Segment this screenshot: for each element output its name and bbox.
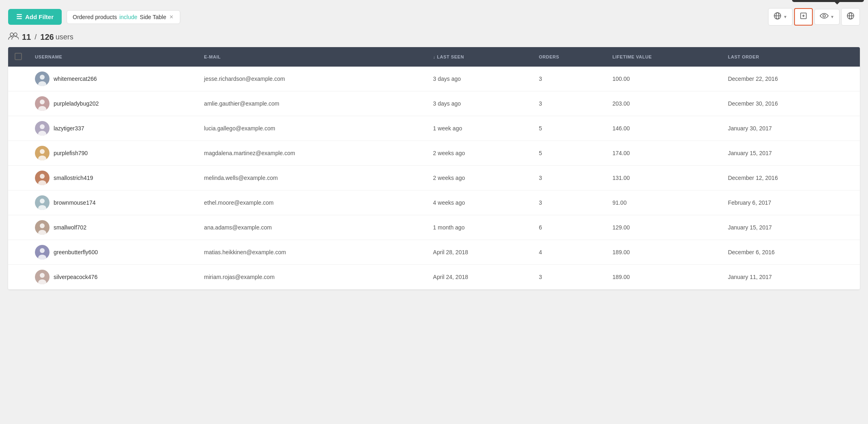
row-email-cell: magdalena.martinez@example.com [198,141,427,166]
row-checkbox-cell [8,141,28,166]
row-lifetime-cell: 189.00 [606,265,721,290]
svg-point-11 [14,33,17,36]
export-icon [799,12,808,22]
username-text: smallwolf702 [54,224,86,231]
username-text: silverpeacock476 [54,274,97,280]
th-lastseen[interactable]: ↓ LAST SEEN [427,47,533,67]
export-button[interactable] [794,8,813,26]
row-lastorder-cell: December 6, 2016 [721,240,860,265]
eye-icon [820,13,829,21]
export-tooltip: Export this list of 11 users [792,0,864,2]
table-row[interactable]: brownmouse174 ethel.moore@example.com 4 … [8,190,860,215]
row-email-cell: miriam.rojas@example.com [198,265,427,290]
table-row[interactable]: lazytiger337 lucia.gallego@example.com 1… [8,116,860,141]
table-row[interactable]: purplefish790 magdalena.martinez@example… [8,141,860,166]
row-username-cell: whitemeercat266 [28,67,198,91]
users-table-container: USERNAME E-MAIL ↓ LAST SEEN ORDERS LIFET… [8,47,860,290]
table-body: whitemeercat266 jesse.richardson@example… [8,67,860,290]
row-lastorder-cell: December 30, 2016 [721,91,860,116]
eye-button[interactable]: ▼ [814,9,840,25]
globe-icon [773,12,782,22]
username-text: purpleladybug202 [54,100,99,107]
username-text: smallostrich419 [54,175,93,181]
settings-icon [846,12,855,22]
table-row[interactable]: smallostrich419 melinda.wells@example.co… [8,166,860,190]
row-lastorder-cell: January 15, 2017 [721,141,860,166]
users-label: users [56,33,73,41]
row-email-cell: amlie.gauthier@example.com [198,91,427,116]
table-row[interactable]: smallwolf702 ana.adams@example.com 1 mon… [8,215,860,240]
svg-point-31 [40,223,45,228]
row-orders-cell: 3 [532,190,606,215]
svg-point-28 [40,199,45,203]
avatar [35,245,50,260]
row-orders-cell: 5 [532,116,606,141]
row-username-cell: purpleladybug202 [28,91,198,116]
user-count-row: 11 / 126 users [8,32,860,42]
row-email-cell: matias.heikkinen@example.com [198,240,427,265]
row-username-cell: lazytiger337 [28,116,198,141]
row-orders-cell: 3 [532,67,606,91]
people-icon [8,32,19,42]
avatar [35,146,50,160]
page-container: ☰ Add Filter Ordered products include Si… [0,0,868,424]
table-row[interactable]: silverpeacock476 miriam.rojas@example.co… [8,265,860,290]
filter-prefix: Ordered products [73,14,117,20]
row-lastseen-cell: April 24, 2018 [427,265,533,290]
svg-point-37 [40,273,45,278]
row-checkbox-cell [8,190,28,215]
top-bar: ☰ Add Filter Ordered products include Si… [8,8,860,26]
count-separator: / [32,33,39,41]
username-text: lazytiger337 [54,125,84,132]
table-row[interactable]: greenbutterfly600 matias.heikkinen@examp… [8,240,860,265]
globe-button[interactable]: ▼ [768,8,792,26]
svg-point-19 [40,124,45,129]
th-email: E-MAIL [198,47,427,67]
settings-button[interactable] [841,8,860,26]
row-lifetime-cell: 174.00 [606,141,721,166]
avatar [35,171,50,185]
avatar [35,270,50,284]
row-checkbox-cell [8,215,28,240]
row-lastseen-cell: 3 days ago [427,91,533,116]
row-lifetime-cell: 100.00 [606,67,721,91]
table-row[interactable]: purpleladybug202 amlie.gauthier@example.… [8,91,860,116]
avatar [35,121,50,136]
svg-point-22 [40,149,45,154]
svg-point-25 [40,174,45,179]
filter-icon: ☰ [16,13,22,21]
row-email-cell: ana.adams@example.com [198,215,427,240]
row-orders-cell: 4 [532,240,606,265]
row-lastorder-cell: January 11, 2017 [721,265,860,290]
svg-point-34 [40,248,45,253]
svg-point-6 [823,15,825,17]
row-lastorder-cell: December 22, 2016 [721,67,860,91]
row-lastseen-cell: April 28, 2018 [427,240,533,265]
svg-point-13 [40,75,45,80]
row-username-cell: smallostrich419 [28,166,198,190]
row-lifetime-cell: 131.00 [606,166,721,190]
row-lastorder-cell: February 6, 2017 [721,190,860,215]
filter-close-button[interactable]: × [168,14,174,20]
th-lifetime-value: LIFETIME VALUE [606,47,721,67]
select-all-checkbox[interactable] [15,53,22,60]
avatar [35,96,50,111]
username-text: purplefish790 [54,150,88,156]
row-lifetime-cell: 203.00 [606,91,721,116]
filter-suffix: Side Table [140,14,166,20]
add-filter-button[interactable]: ☰ Add Filter [8,9,62,25]
row-lifetime-cell: 189.00 [606,240,721,265]
row-orders-cell: 3 [532,166,606,190]
row-username-cell: silverpeacock476 [28,265,198,290]
avatar [35,71,50,86]
row-orders-cell: 5 [532,141,606,166]
table-row[interactable]: whitemeercat266 jesse.richardson@example… [8,67,860,91]
svg-point-10 [10,33,13,36]
row-lastseen-cell: 2 weeks ago [427,166,533,190]
th-checkbox[interactable] [8,47,28,67]
username-text: whitemeercat266 [54,76,97,82]
row-username-cell: brownmouse174 [28,190,198,215]
row-email-cell: jesse.richardson@example.com [198,67,427,91]
filter-tag: Ordered products include Side Table × [67,10,180,24]
row-lastseen-cell: 1 month ago [427,215,533,240]
